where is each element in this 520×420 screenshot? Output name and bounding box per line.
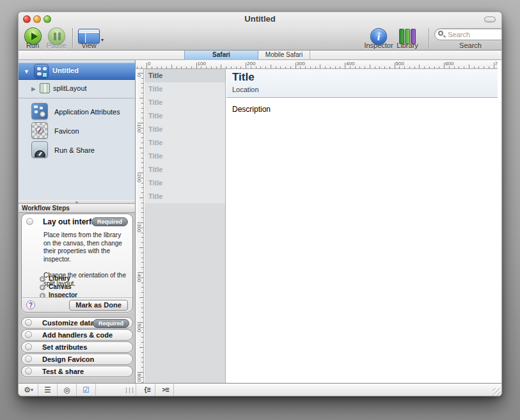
list-row[interactable]: Title [145, 69, 225, 82]
list-view-icon[interactable]: ☰ [39, 384, 56, 396]
ruler-label: 100 [198, 61, 206, 66]
step-radio[interactable] [25, 331, 32, 338]
sidebar-item-untitled-project[interactable]: ▼ Untitled [19, 63, 135, 80]
sidebar-item-application-attributes[interactable]: Application Attributes [19, 102, 135, 121]
required-badge: Required [91, 217, 128, 226]
ruler-label: 600 [445, 61, 453, 66]
run-button[interactable]: Run [21, 26, 44, 51]
design-canvas: TitleTitleTitleTitleTitleTitleTitleTitle… [145, 69, 498, 383]
source-list: ▼ Untitled ▶ splitLayout Application Att… [19, 60, 135, 200]
arrow-bullet-icon: ▸ [40, 284, 45, 290]
disclosure-down-icon[interactable]: ▼ [24, 68, 29, 75]
minimize-button[interactable] [33, 15, 41, 23]
step-radio[interactable] [25, 319, 32, 326]
arrow-bullet-icon: ▸ [40, 276, 45, 282]
tab-mobile-safari[interactable]: Mobile Safari [258, 51, 310, 60]
workflow-panel: Lay out interface Required Place items f… [19, 213, 135, 383]
detail-header: Title Location [226, 69, 498, 98]
bottom-toolbar: ⚙▾☰◎☑{≡>≡ [19, 383, 501, 396]
device-tabstrip: Safari Mobile Safari [19, 51, 501, 60]
sidebar-item-splitlayout[interactable]: ▶ splitLayout [19, 82, 135, 95]
step-radio[interactable] [25, 355, 32, 362]
workflow-step-lay-out-interface[interactable]: Lay out interface Required Place items f… [21, 214, 133, 313]
breakpoint-icon[interactable]: ◎ [58, 384, 75, 396]
pause-button[interactable]: Pause [44, 26, 68, 51]
toolbar-toggle-pill[interactable] [484, 17, 496, 22]
view-button[interactable]: ▾ View [75, 26, 103, 51]
vertical-ruler: 0100200300400500600 [136, 69, 144, 383]
favicon-icon [31, 122, 48, 139]
list-row[interactable]: Title [145, 150, 225, 163]
step-label: Set attributes [42, 343, 87, 351]
dashcode-window: Untitled Run Pause ▾ View i Inspector [18, 12, 502, 396]
list-row[interactable]: Title [145, 123, 225, 136]
workflow-step-customize-data[interactable]: Customize dataRequired [21, 317, 133, 329]
workflow-step-set-attributes[interactable]: Set attributes [21, 341, 133, 353]
list-row[interactable]: Title [145, 136, 225, 150]
detail-description-field[interactable]: Description [232, 105, 271, 114]
list-row[interactable]: Title [145, 176, 225, 190]
bottombar-separator [95, 384, 96, 396]
ruler-label: 500 [396, 61, 404, 66]
inspector-button[interactable]: i Inspector [362, 26, 395, 51]
mark-as-done-button[interactable]: Mark as Done [69, 300, 128, 311]
search-area: Search [434, 28, 502, 50]
titlebar[interactable]: Untitled [19, 12, 501, 26]
list-row[interactable]: Title [145, 163, 225, 176]
ruler-label: 0 [148, 61, 150, 66]
workflow-steps-header: Workflow Steps [19, 204, 135, 213]
bottombar-separator [155, 384, 155, 396]
detail-title-field[interactable]: Title [232, 71, 255, 84]
ruler-label: 300 [297, 61, 305, 66]
ruler-label: 700 [495, 61, 498, 66]
ruler-label: 500 [136, 323, 142, 332]
close-button[interactable] [23, 15, 31, 23]
workflow-step-test-share[interactable]: Test & share [21, 366, 133, 377]
tab-safari[interactable]: Safari [184, 51, 258, 60]
project-icon [34, 64, 49, 79]
step-label: Customize data [42, 319, 94, 327]
edit-check-icon[interactable]: ☑ [77, 384, 95, 396]
help-button[interactable]: ? [26, 300, 35, 309]
zoom-button[interactable] [43, 15, 51, 23]
toolbar-separator [72, 28, 73, 49]
stack-list-icon[interactable]: {≡ [138, 384, 155, 396]
list-row[interactable]: Title [145, 96, 225, 109]
list-row[interactable]: Title [145, 109, 225, 123]
ruler-label: 400 [136, 274, 142, 282]
workflow-step-add-handlers-code[interactable]: Add handlers & code [21, 329, 133, 341]
ruler-label: 600 [136, 373, 142, 382]
step-radio[interactable] [26, 218, 33, 225]
step-radio[interactable] [25, 368, 32, 375]
bottombar-separator [76, 384, 77, 396]
sidebar-resize-grip[interactable] [126, 387, 133, 393]
step-radio[interactable] [25, 343, 32, 350]
ruler-label: 0 [136, 74, 142, 77]
sidebar-item-run-share[interactable]: Run & Share [19, 141, 135, 160]
ruler-label: 300 [136, 224, 142, 232]
search-input[interactable] [434, 28, 502, 40]
record-list: TitleTitleTitleTitleTitleTitleTitleTitle… [145, 69, 226, 383]
detail-location-field[interactable]: Location [232, 86, 259, 93]
step-link-label: Canvas [49, 283, 72, 290]
sidebar-item-favicon[interactable]: Favicon [19, 121, 135, 141]
bottombar-separator [38, 384, 38, 396]
required-badge: Required [93, 319, 129, 328]
list-row[interactable]: Title [145, 190, 225, 203]
bottombar-separator [136, 384, 136, 396]
window-resize-grip[interactable] [492, 388, 501, 396]
step-footer: ? Mark as Done [22, 297, 132, 312]
indent-list-icon[interactable]: >≡ [157, 384, 174, 396]
gear-menu-icon[interactable]: ⚙▾ [20, 384, 37, 396]
bottombar-separator [57, 384, 58, 396]
disclosure-right-icon[interactable]: ▶ [31, 86, 36, 92]
splitlayout-icon [40, 83, 50, 93]
workflow-step-design-favicon[interactable]: Design Favicon [21, 354, 133, 365]
ruler-label: 400 [346, 61, 354, 66]
ruler-label: 200 [247, 61, 255, 66]
sidebar-divider [19, 98, 135, 98]
library-button[interactable]: Library [395, 26, 420, 51]
toolbar-separator [429, 28, 429, 49]
window-title: Untitled [19, 12, 501, 26]
list-row[interactable]: Title [145, 82, 225, 96]
